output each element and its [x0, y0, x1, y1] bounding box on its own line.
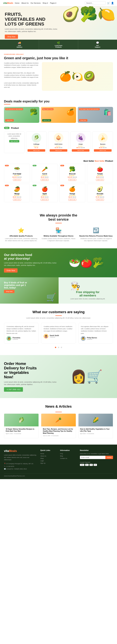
footer-link-signup[interactable]: Sign Up [40, 462, 57, 464]
testimonial-item-1: Consectetur adipiscing elit, sed do eius… [4, 323, 39, 344]
organic-title: Green and organic, just how you like it [4, 56, 113, 60]
accept-payment-label: Accept Payment [80, 462, 113, 463]
news-image-1: 🥬 [4, 414, 38, 426]
nav-links: Home About Us Our Services Shop ▾ Pages … [15, 2, 83, 4]
deal-card-3: Free paper bag for your groceries 🛍️ Sho… [78, 107, 113, 123]
delivery-banners: Buy 5 kinds of fruit or vegetables and g… [0, 277, 117, 304]
cart-icon[interactable]: 🛒 [107, 2, 110, 4]
add-to-cart-btn[interactable]: Add to Cart [96, 179, 104, 181]
deals-grid: 20% discount on all products 🥦 Shop Now … [4, 107, 113, 123]
nav-home[interactable]: Home [15, 2, 20, 4]
category-label: HOMEGROWN ORGANIC [4, 54, 113, 55]
list-item: 🍇 Grape ★★★★☆ $9.01$12.00 Add to Cart [70, 132, 91, 153]
hero-image: 🥑🥦🍋 [62, 7, 116, 21]
footer-link-blog[interactable]: Blog [60, 455, 76, 457]
service-desc-returns: Vestibulum id lorem justo. Curabitur non… [79, 238, 113, 242]
organic-col3: Lorem ipsum dolor sit amet, consectetur … [4, 82, 40, 91]
list-item: Sale 🥗 Fruit Salad ★★★★☆ $12.00$18.00 Ad… [4, 164, 30, 182]
testimonials-subtitle: Lorem ipsum dolor sit amet, consectetur … [4, 317, 113, 319]
hero-description: Lorem ipsum dolor sit amet, consectetur … [5, 28, 59, 33]
dot-2[interactable] [58, 347, 59, 348]
footer-link-contact[interactable]: Contact Us [60, 458, 76, 459]
news-title: News & Articles [4, 404, 113, 408]
add-to-cart-btn[interactable]: Add to Cart [72, 149, 90, 152]
add-to-cart-btn[interactable]: Add to Cart [50, 149, 67, 152]
list-item: 🥑 Avocado ★★★★☆ $7.00$10.00 Add to Cart [87, 184, 113, 202]
hero-badges: 🚚 Fast Delivery 🌿 Local Farm Products 💬 … [0, 40, 117, 50]
testimonials-underline [56, 316, 62, 316]
footer-link-home[interactable]: Home [40, 453, 57, 454]
logo: vitaMeals [3, 2, 13, 4]
footer-info-list: FAQ Blog Contact Us [60, 453, 76, 459]
organic-section: HOMEGROWN ORGANIC Green and organic, jus… [0, 50, 117, 95]
testimonial-dots [4, 346, 113, 349]
list-item: New 🍎 Apple ★★★★☆ $5.00$9.00 Add to Cart [32, 184, 58, 202]
deal-btn-1[interactable]: Shop Now [5, 119, 14, 122]
add-to-cart-btn[interactable]: Add to Cart [41, 179, 48, 181]
order-image: 👩🛒 [60, 369, 113, 384]
footer-quick-links: Quick Links Home About Us Shop Login Sig… [40, 449, 57, 470]
news-item-1: 🥬 10 Super Skinny Smoothie Recipes to Ki… [4, 414, 39, 438]
news-title-1: 10 Super Skinny Smoothie Recipes to Kick… [6, 428, 37, 432]
visa-icon: VISA [80, 464, 84, 466]
order-cta-section: Order Home Delivery for Fruits or Vegeta… [0, 355, 117, 398]
deals-section: Deals made especially for you 20% discou… [0, 95, 117, 158]
add-to-cart-btn[interactable]: Add to Cart [13, 199, 21, 201]
footer-newsletter: Newsletter Subscribe to our newsletter t… [80, 449, 113, 470]
service-title-quality: Affordable Quality Products [4, 235, 38, 237]
hero-badge-farm: 🌿 Local Farm Products [39, 40, 78, 50]
add-to-cart-btn[interactable]: Add to Cart [96, 199, 104, 201]
footer-newsletter-title: Newsletter [80, 449, 113, 451]
deal-btn-2[interactable]: Add to Cart [42, 119, 51, 122]
delivery-banner-1-btn[interactable]: Shop Now [4, 290, 14, 293]
footer: vitaMeals Lorem ipsum dolor sit amet, co… [0, 444, 117, 479]
dot-1[interactable] [55, 347, 56, 348]
add-to-cart-btn[interactable]: Add to Cart [13, 179, 21, 181]
deals-underline [4, 104, 10, 104]
cta-button[interactable]: Order Now [4, 268, 18, 272]
paypal-icon: PP [90, 464, 93, 466]
hero-cta-button[interactable]: Shop Now [5, 34, 18, 39]
author-name-1: Florentina [12, 337, 20, 339]
footer-link-faq[interactable]: FAQ [60, 453, 76, 454]
deal-badge-3: Free paper bag for your groceries [79, 108, 100, 110]
footer-link-shop[interactable]: Shop [40, 458, 57, 459]
avatar-1: 👩 [6, 336, 11, 341]
sign-up-btn[interactable]: Sign Up Now [9, 140, 19, 142]
play-button[interactable]: ▶ [74, 73, 81, 80]
footer-link-about[interactable]: About Us [40, 455, 57, 457]
hero-title: FRUITS, Vegetables and LOTS OF GREENS [5, 12, 59, 26]
nav-about[interactable]: About Us [21, 2, 28, 4]
dot-3[interactable] [61, 347, 62, 348]
newsletter-email-input[interactable] [80, 456, 106, 459]
order-description: Lorem ipsum dolor sit amet, consectetur … [4, 381, 57, 386]
payment-icons: VISA MC PP AP [80, 464, 113, 466]
search-input[interactable] [85, 1, 106, 5]
delivery-banner-1-title: Buy 5 kinds of fruit or vegetables and g… [4, 281, 54, 289]
author-role-1: Customer [12, 339, 20, 340]
newsletter-submit-btn[interactable]: Submit [106, 456, 113, 459]
user-icon[interactable]: 👤 [111, 2, 114, 4]
newsletter-text: Subscribe to our newsletter to get lates… [80, 453, 113, 454]
footer-link-login[interactable]: Login [40, 460, 57, 462]
delivery-banner-2-desc: Lorem ipsum dolor sit amet, consectetur … [70, 298, 105, 300]
list-item: 🍌 Banana ★★★★☆ $3.00$5.00 Add to Cart [92, 132, 113, 153]
order-phone-button[interactable]: +1 567 2000 -013 [4, 387, 23, 392]
service-desc-stores: Curabitur pretium lectus vel lorem vesti… [42, 238, 76, 242]
nav-icons: 🛒 👤 [107, 2, 114, 4]
avatar-2: 👩‍🦱 [44, 334, 48, 339]
add-to-cart-btn[interactable]: Add to Cart [68, 179, 76, 181]
add-to-cart-btn[interactable]: Add to Cart [94, 149, 112, 152]
nav-shop[interactable]: Shop ▾ [42, 2, 48, 4]
add-to-cart-btn[interactable]: Add to Cart [41, 199, 48, 201]
organic-image: 🍊🍋🥝 ▶ [42, 62, 113, 91]
delivery-person-icon: 👨‍🍳 [70, 281, 105, 290]
nav-services[interactable]: Our Services [30, 2, 41, 4]
nav-pages[interactable]: Pages ▾ [50, 2, 56, 4]
deal-btn-3[interactable]: Shop Now [79, 119, 88, 122]
stores-icon: 🏪 [42, 227, 76, 233]
add-to-cart-btn[interactable]: Add to Cart [68, 199, 76, 201]
add-to-cart-btn[interactable]: Add to Cart [28, 149, 45, 152]
new-product-header: New Product [4, 127, 113, 129]
testimonials-section: What our customers are saying Lorem ipsu… [0, 304, 117, 355]
